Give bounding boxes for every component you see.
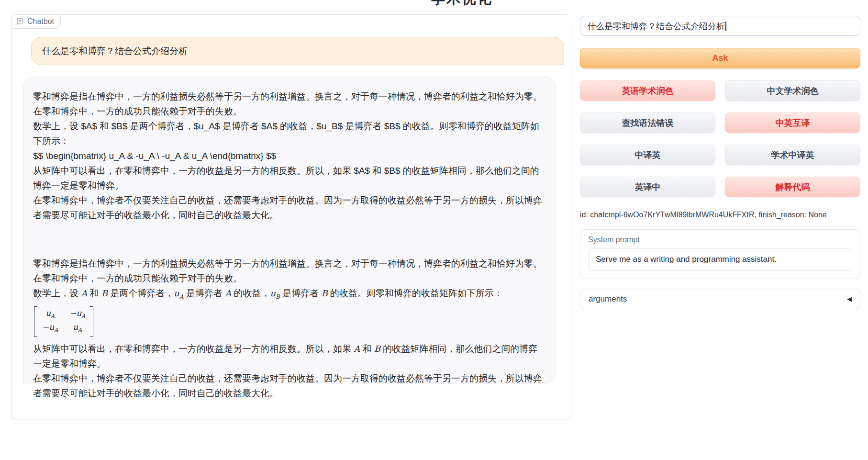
matrix-cell: uA — [42, 308, 58, 322]
math-var: B — [321, 288, 327, 298]
system-prompt-value: Serve me as a writing and programming as… — [596, 255, 777, 264]
math-var: B — [374, 344, 380, 354]
bot-rendered-paragraph: 从矩阵中可以看出，在零和博弈中，一方的收益是另一方的相反数。所以，如果 A 和 … — [33, 341, 545, 371]
math-var: A — [225, 288, 231, 298]
quick-actions-grid: 英语学术润色 中文学术润色 查找语法错误 中英互译 中译英 学术中译英 英译中 … — [580, 80, 860, 197]
bot-message-raw: 零和博弈是指在博弈中，一方的利益损失必然等于另一方的利益增益。换言之，对于每一种… — [33, 89, 545, 223]
button-zh-en-mutual-translate[interactable]: 中英互译 — [725, 112, 860, 133]
bot-raw-paragraph: 零和博弈是指在博弈中，一方的利益损失必然等于另一方的利益增益。换言之，对于每一种… — [33, 89, 545, 119]
arguments-accordion-label: arguments — [589, 294, 627, 304]
math-var: A — [354, 344, 360, 354]
button-explain-code[interactable]: 解释代码 — [725, 177, 860, 197]
bot-raw-paragraph: 在零和博弈中，博弈者不仅要关注自己的收益，还需要考虑对手的收益。因为一方取得的收… — [33, 193, 545, 223]
text-cursor — [725, 22, 726, 31]
matrix-cell: −uA — [69, 308, 85, 322]
button-find-grammar-errors[interactable]: 查找语法错误 — [580, 112, 715, 133]
bot-rendered-paragraph: 在零和博弈中，博弈者不仅要关注自己的收益，还需要考虑对手的收益。因为一方取得的收… — [33, 371, 545, 401]
math-var: A — [81, 288, 87, 298]
chat-bubble-icon — [16, 18, 24, 25]
matrix-left-bracket — [34, 306, 37, 337]
bot-rendered-paragraph: 数学上，设 A 和 B 是两个博弈者，uA 是博弈者 A 的收益，uB 是博弈者… — [33, 286, 545, 304]
bot-raw-latex-formula: $$ \begin{bmatrix} u_A & -u_A \ -u_A & u… — [33, 148, 545, 163]
accordion-collapsed-icon: ◀ — [847, 295, 852, 303]
button-english-academic-polish[interactable]: 英语学术润色 — [580, 80, 715, 101]
chatbot-panel-label: Chatbot — [11, 14, 61, 29]
matrix-cell: −uA — [42, 322, 58, 336]
math-var: B — [101, 288, 108, 298]
system-prompt-group: System prompt Serve me as a writing and … — [580, 229, 860, 279]
user-message-text: 什么是零和博弈？结合公式介绍分析 — [42, 46, 188, 56]
bot-message-bubble: 零和博弈是指在博弈中，一方的利益损失必然等于另一方的利益增益。换言之，对于每一种… — [23, 77, 556, 383]
chatbot-panel-label-text: Chatbot — [27, 17, 54, 26]
system-prompt-input[interactable]: Serve me as a writing and programming as… — [588, 248, 852, 271]
ask-button[interactable]: Ask — [580, 48, 860, 68]
response-status-line: id: chatcmpl-6wOo7KrYTwMl89lbrMWRu4UkFFX… — [580, 211, 860, 219]
bot-message-rendered: 零和博弈是指在博弈中，一方的利益损失必然等于另一方的利益增益。换言之，对于每一种… — [33, 256, 545, 401]
control-column: 什么是零和博弈？结合公式介绍分析 Ask 英语学术润色 中文学术润色 查找语法错… — [580, 16, 860, 309]
button-en-to-zh[interactable]: 英译中 — [580, 177, 715, 197]
question-input[interactable]: 什么是零和博弈？结合公式介绍分析 — [580, 16, 860, 36]
button-academic-zh-to-en[interactable]: 学术中译英 — [725, 145, 860, 165]
payoff-matrix: uA −uA −uA uA — [34, 306, 93, 337]
matrix-right-bracket — [90, 306, 93, 337]
button-zh-to-en[interactable]: 中译英 — [580, 145, 715, 165]
bot-raw-paragraph: 数学上，设 $A$ 和 $B$ 是两个博弈者，$u_A$ 是博弈者 $A$ 的收… — [33, 119, 545, 148]
user-message-bubble: 什么是零和博弈？结合公式介绍分析 — [31, 37, 564, 65]
button-chinese-academic-polish[interactable]: 中文学术润色 — [725, 80, 860, 101]
bot-raw-paragraph: 从矩阵中可以看出，在零和博弈中，一方的收益是另一方的相反数。所以，如果 $A$ … — [33, 163, 545, 193]
page-title: 学术优化 — [431, 0, 492, 9]
app-page: 学术优化 Chatbot 什么是零和博弈？结合公式介绍分析 零和博弈是指在博弈中… — [0, 0, 868, 460]
matrix-cell: uA — [69, 322, 85, 336]
system-prompt-label: System prompt — [588, 236, 852, 244]
arguments-accordion-header[interactable]: arguments ◀ — [580, 289, 860, 309]
math-var: uB — [270, 288, 279, 298]
bot-rendered-paragraph: 零和博弈是指在博弈中，一方的利益损失必然等于另一方的利益增益。换言之，对于每一种… — [33, 256, 545, 286]
question-input-value: 什么是零和博弈？结合公式介绍分析 — [587, 22, 725, 31]
math-var: uA — [174, 288, 183, 298]
chatbot-panel: Chatbot 什么是零和博弈？结合公式介绍分析 零和博弈是指在博弈中，一方的利… — [11, 14, 571, 419]
